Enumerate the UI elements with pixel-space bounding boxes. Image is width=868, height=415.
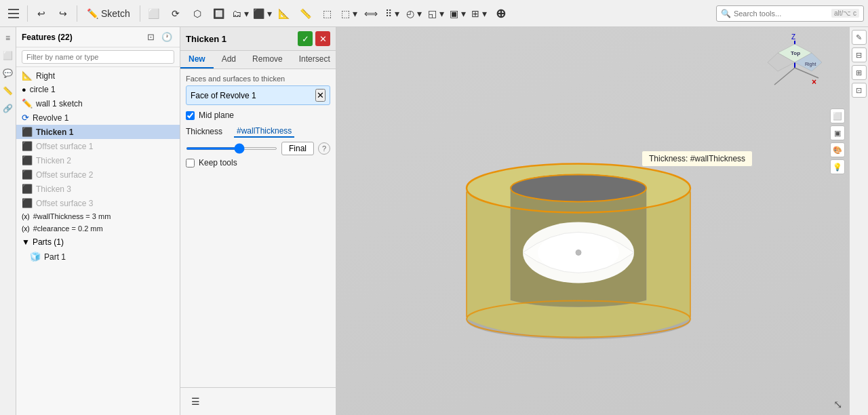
sidebar-item-right[interactable]: 📐 Right bbox=[16, 68, 180, 83]
svg-rect-0 bbox=[8, 9, 19, 10]
sidebar-item-circle1[interactable]: ● circle 1 bbox=[16, 83, 180, 96]
bottom-right-expand-icon[interactable]: ⤡ bbox=[833, 398, 842, 411]
face-selector[interactable]: Face of Revolve 1 ✕ bbox=[186, 85, 330, 105]
sidebar-item-offset-surface3[interactable]: ⬛ Offset surface 3 bbox=[16, 196, 180, 210]
thickness-value-button[interactable]: #wallThickness bbox=[234, 125, 294, 138]
sketch-button[interactable]: ✏️ Sketch bbox=[81, 4, 136, 23]
revolve-icon: ⟳ bbox=[22, 113, 29, 123]
sidebar-item-wallthickness[interactable]: (x) #wallThickness = 3 mm bbox=[16, 210, 180, 222]
face-clear-button[interactable]: ✕ bbox=[315, 89, 326, 102]
comment-icon[interactable]: 💬 bbox=[1, 66, 15, 80]
separator-1 bbox=[27, 5, 28, 22]
display-mode-button[interactable]: ⬜ bbox=[830, 108, 845, 123]
sidebar-title: Features (22) bbox=[22, 33, 73, 42]
navigation-cube[interactable]: Z Top Right × bbox=[761, 34, 829, 102]
parts-chevron-icon: ▼ bbox=[22, 237, 30, 247]
sketch-label: Sketch bbox=[101, 8, 130, 19]
sidebar-item-part1-label: Part 1 bbox=[44, 252, 66, 262]
redo-button[interactable]: ↪ bbox=[54, 4, 73, 23]
sidebar-history-icon[interactable]: 🕐 bbox=[159, 31, 174, 43]
ring-svg bbox=[436, 69, 721, 361]
undo-button[interactable]: ↩ bbox=[32, 4, 51, 23]
measure-icon[interactable]: 📏 bbox=[1, 84, 15, 98]
circle-icon: ● bbox=[22, 85, 26, 94]
search-shortcut: alt/⌥ c bbox=[831, 9, 859, 18]
dialog-accept-button[interactable]: ✓ bbox=[298, 31, 313, 46]
tool-8[interactable]: 📏 bbox=[296, 4, 315, 23]
sidebar-item-thicken2[interactable]: ⬛ Thicken 2 bbox=[16, 153, 180, 167]
ring-3d-view bbox=[436, 69, 721, 361]
tool-draft-dropdown[interactable]: ◱ ▾ bbox=[427, 4, 446, 23]
right-panel-btn-4[interactable]: ⊡ bbox=[852, 83, 867, 98]
var-icon: (x) bbox=[22, 213, 30, 220]
sidebar-item-offset2-label: Offset surface 2 bbox=[36, 170, 94, 180]
help-button[interactable]: ? bbox=[318, 142, 330, 155]
sidebar-filter-icon[interactable]: ⊡ bbox=[145, 31, 157, 43]
tool-mirror[interactable]: ⟺ bbox=[361, 4, 380, 23]
section-view-button[interactable]: ▣ bbox=[830, 125, 845, 140]
features-icon[interactable]: ≡ bbox=[1, 31, 15, 45]
face-value: Face of Revolve 1 bbox=[191, 91, 256, 100]
tab-remove[interactable]: Remove bbox=[244, 51, 291, 68]
sidebar-item-offset-surface1[interactable]: ⬛ Offset surface 1 bbox=[16, 139, 180, 153]
offset2-icon: ⬛ bbox=[22, 170, 33, 180]
dialog-title-bar: Thicken 1 ✓ ✕ bbox=[180, 27, 336, 51]
keep-tools-row: Keep tools bbox=[186, 158, 330, 167]
tool-more-dropdown[interactable]: ⊞ ▾ bbox=[470, 4, 489, 23]
sidebar-item-right-label: Right bbox=[36, 71, 55, 81]
midplane-label[interactable]: Mid plane bbox=[199, 111, 234, 120]
dialog-list-icon[interactable]: ☰ bbox=[186, 392, 205, 411]
sidebar-item-thicken1[interactable]: ⬛ Thicken 1 bbox=[16, 125, 180, 139]
sidebar-item-clearance[interactable]: (x) #clearance = 0.2 mm bbox=[16, 222, 180, 235]
sidebar-item-thicken3-label: Thicken 3 bbox=[36, 184, 71, 194]
svg-line-16 bbox=[795, 68, 818, 78]
sidebar-item-offset-surface2[interactable]: ⬛ Offset surface 2 bbox=[16, 167, 180, 182]
display-mode-panel: ⬜ ▣ 🎨 💡 bbox=[830, 108, 845, 174]
sidebar-item-wall-sketch[interactable]: ✏️ wall 1 sketch bbox=[16, 96, 180, 111]
svg-text:×: × bbox=[812, 77, 816, 87]
render-button[interactable]: 💡 bbox=[830, 159, 845, 174]
keep-tools-checkbox[interactable] bbox=[186, 159, 195, 167]
tool-1[interactable]: ⬜ bbox=[144, 4, 163, 23]
tool-fillet-dropdown[interactable]: ◴ ▾ bbox=[405, 4, 424, 23]
pencil-icon: ✏️ bbox=[87, 8, 98, 19]
appearance-button[interactable]: 🎨 bbox=[830, 142, 845, 157]
menu-button[interactable] bbox=[4, 4, 23, 23]
right-panel-btn-1[interactable]: ✎ bbox=[852, 30, 867, 45]
sidebar-item-revolve1[interactable]: ⟳ Revolve 1 bbox=[16, 111, 180, 125]
add-feature-button[interactable]: ⊕ bbox=[492, 4, 511, 23]
tab-new[interactable]: New bbox=[180, 51, 214, 68]
tool-6-dropdown[interactable]: ⬛ ▾ bbox=[253, 4, 272, 23]
right-panel-btn-2[interactable]: ⊟ bbox=[852, 47, 867, 62]
mates-icon[interactable]: 🔗 bbox=[1, 102, 15, 115]
tool-7[interactable]: 📐 bbox=[275, 4, 294, 23]
sidebar-filter-input[interactable] bbox=[22, 50, 174, 64]
canvas-area[interactable]: Thickness: #wallThickness bbox=[336, 27, 849, 415]
sidebar-header: Features (22) ⊡ 🕐 bbox=[16, 27, 180, 47]
tab-add[interactable]: Add bbox=[214, 51, 244, 68]
right-panel-btn-3[interactable]: ⊞ bbox=[852, 65, 867, 80]
dialog-title: Thicken 1 bbox=[186, 34, 226, 44]
tool-9[interactable]: ⬚ bbox=[318, 4, 337, 23]
sidebar-item-part1[interactable]: 🧊 Part 1 bbox=[16, 250, 180, 264]
keep-tools-label[interactable]: Keep tools bbox=[199, 158, 237, 167]
parts-icon[interactable]: ⬜ bbox=[1, 49, 15, 62]
final-button[interactable]: Final bbox=[281, 142, 314, 155]
tool-5-dropdown[interactable]: 🗂 ▾ bbox=[231, 4, 250, 23]
tool-2[interactable]: ⟳ bbox=[166, 4, 185, 23]
tool-10-dropdown[interactable]: ⬚ ▾ bbox=[340, 4, 359, 23]
midplane-checkbox[interactable] bbox=[186, 111, 195, 120]
dialog-cancel-button[interactable]: ✕ bbox=[315, 31, 330, 46]
parts-group-header[interactable]: ▼ Parts (1) bbox=[16, 235, 180, 250]
tool-3[interactable]: ⬡ bbox=[188, 4, 207, 23]
thickness-slider[interactable] bbox=[186, 147, 277, 150]
tool-pattern-dropdown[interactable]: ⠿ ▾ bbox=[383, 4, 402, 23]
tool-4[interactable]: 🔲 bbox=[210, 4, 229, 23]
thicken1-icon: ⬛ bbox=[22, 127, 33, 137]
tab-intersect[interactable]: Intersect bbox=[291, 51, 338, 68]
tool-shell-dropdown[interactable]: ▣ ▾ bbox=[448, 4, 467, 23]
sidebar-item-wall-sketch-label: wall 1 sketch bbox=[36, 99, 83, 108]
search-input[interactable] bbox=[734, 9, 829, 18]
sidebar-item-thicken3[interactable]: ⬛ Thicken 3 bbox=[16, 182, 180, 196]
midplane-row: Mid plane bbox=[186, 111, 330, 120]
